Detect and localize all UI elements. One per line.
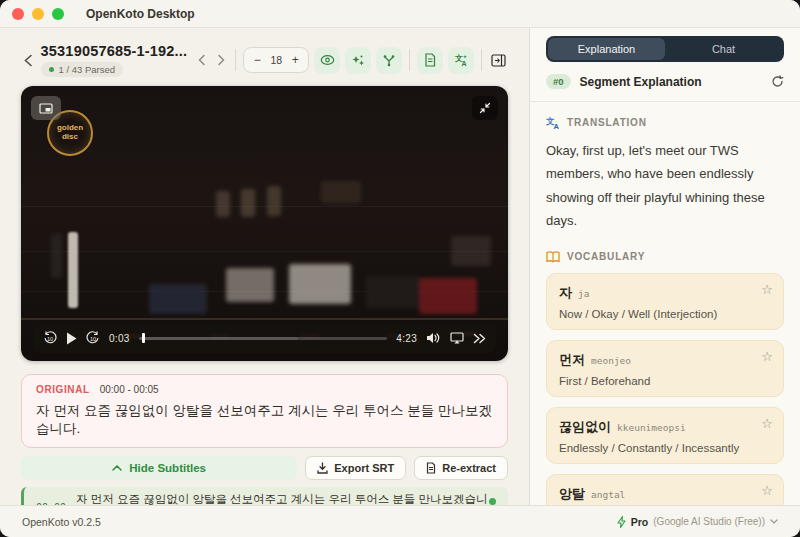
vocab-romanization: meonjeo (591, 355, 631, 366)
video-controls: 10 10 0:03 4:23 (33, 323, 496, 353)
book-icon (546, 251, 560, 263)
download-icon (317, 462, 328, 474)
parse-status-badge: 1 / 43 Parsed (41, 62, 124, 77)
branch-button[interactable] (376, 47, 402, 74)
original-subtitle-box: ORIGINAL 00:00 - 00:05 자 먼저 요즘 끊임없이 앙탈을 … (21, 374, 508, 448)
tab-explanation[interactable]: Explanation (548, 38, 665, 60)
plan-label: Pro (631, 516, 649, 528)
subtitle-text: 자 먼저 요즘 끊임없이 앙탈을 선보여주고 계시는 우리 투어스 분들 만나보… (76, 492, 496, 505)
font-size-decrease-button[interactable]: − (248, 53, 266, 67)
pip-button[interactable] (31, 96, 61, 120)
forward-10-icon: 10 (86, 331, 100, 345)
video-player[interactable]: goldendisc 10 10 (21, 86, 508, 361)
duration: 4:23 (396, 333, 417, 344)
vocab-meaning: Now / Okay / Well (Interjection) (559, 308, 771, 320)
seek-bar[interactable] (139, 337, 388, 340)
video-frame (21, 86, 508, 361)
active-indicator-dot (489, 498, 496, 505)
document-title-block: 35319057685-1-192... 1 / 43 Parsed (41, 43, 188, 77)
refresh-icon (771, 75, 784, 88)
airplay-icon (450, 332, 464, 344)
status-bar: OpenKoto v0.2.5 Pro (Google AI Studio (F… (0, 505, 800, 537)
chevron-right-icon (217, 54, 225, 66)
window-title: OpenKoto Desktop (86, 7, 195, 21)
export-srt-button[interactable]: Export SRT (305, 456, 406, 480)
explanation-content[interactable]: 文A TRANSLATION Okay, first up, let's mee… (530, 102, 800, 505)
app-version: OpenKoto v0.2.5 (22, 516, 101, 528)
hide-subtitles-button[interactable]: Hide Subtitles (21, 456, 297, 480)
vocab-card[interactable]: 자ja Now / Okay / Well (Interjection) ☆ (546, 273, 784, 330)
font-size-value: 18 (266, 54, 286, 66)
subtitle-list-item[interactable]: 00:00 자 먼저 요즘 끊임없이 앙탈을 선보여주고 계시는 우리 투어스 … (21, 487, 508, 505)
svg-text:10: 10 (90, 336, 96, 342)
provider-label: (Google AI Studio (Free)) (653, 516, 765, 527)
vocabulary-heading: VOCABULARY (567, 251, 645, 262)
chevron-down-icon (770, 519, 778, 524)
stage-edge (21, 318, 508, 320)
display-button[interactable] (450, 332, 464, 344)
document-title: 35319057685-1-192... (41, 43, 188, 59)
next-segment-button[interactable] (214, 48, 229, 72)
prev-segment-button[interactable] (194, 48, 209, 72)
vocab-card[interactable]: 먼저meonjeo First / Beforehand ☆ (546, 340, 784, 397)
branch-split-icon (382, 54, 396, 67)
main-area: 35319057685-1-192... 1 / 43 Parsed − 18 … (0, 28, 800, 505)
shrink-button[interactable] (472, 96, 498, 120)
font-size-increase-button[interactable]: + (286, 53, 304, 67)
ai-explain-button[interactable] (345, 47, 371, 74)
re-extract-button[interactable]: Re-extract (414, 456, 508, 480)
translation-heading: TRANSLATION (567, 117, 647, 128)
star-icon[interactable]: ☆ (761, 416, 773, 431)
segment-number-badge: #0 (546, 74, 571, 89)
original-text: 자 먼저 요즘 끊임없이 앙탈을 선보여주고 계시는 우리 투어스 분들 만나보… (36, 402, 493, 438)
font-size-stepper: − 18 + (243, 47, 309, 73)
vocab-romanization: kkeunimeopsi (617, 422, 686, 433)
vocab-card[interactable]: 끊임없이kkeunimeopsi Endlessly / Constantly … (546, 407, 784, 464)
chevron-left-icon (24, 54, 33, 67)
subtitle-controls: Hide Subtitles Export SRT Re-extract (21, 456, 508, 480)
document-view-button[interactable] (417, 47, 443, 74)
picture-in-picture-icon (39, 103, 53, 114)
star-icon[interactable]: ☆ (761, 282, 773, 297)
window-controls (12, 8, 64, 20)
vocab-romanization: ja (578, 288, 589, 299)
back-button[interactable] (21, 48, 36, 72)
vocab-card[interactable]: 앙탈angtal Playful whining / Grumbling / C… (546, 474, 784, 505)
toggle-right-panel-button[interactable] (489, 47, 508, 74)
titlebar: OpenKoto Desktop (0, 0, 800, 28)
zoom-window-button[interactable] (52, 8, 64, 20)
volume-icon (426, 332, 441, 344)
volume-button[interactable] (426, 332, 441, 344)
panel-right-icon (491, 54, 506, 67)
play-button[interactable] (66, 332, 77, 345)
chevron-left-icon (198, 54, 206, 66)
translation-section-header: 文A TRANSLATION (546, 116, 784, 129)
toggle-visibility-button[interactable] (314, 47, 340, 74)
toolbar-divider (409, 49, 410, 71)
rewind-10-button[interactable]: 10 (43, 331, 57, 345)
playhead[interactable] (142, 333, 145, 343)
translate-icon: 文A (546, 116, 560, 129)
subtitle-time: 00:00 (36, 502, 66, 506)
vocab-meaning: Endlessly / Constantly / Incessantly (559, 442, 771, 454)
sparkles-icon (351, 54, 365, 67)
close-window-button[interactable] (12, 8, 24, 20)
minimize-window-button[interactable] (32, 8, 44, 20)
app-window: OpenKoto Desktop 35319057685-1-192... 1 … (0, 0, 800, 537)
segment-title: Segment Explanation (580, 75, 762, 89)
play-icon (66, 332, 77, 345)
toolbar-divider (235, 49, 236, 71)
forward-10-button[interactable]: 10 (86, 331, 100, 345)
tab-chat[interactable]: Chat (665, 38, 782, 60)
translate-button[interactable]: 文A (448, 47, 474, 74)
segment-header: #0 Segment Explanation (530, 62, 800, 102)
star-icon[interactable]: ☆ (761, 483, 773, 498)
vocab-word: 먼저 (559, 352, 585, 367)
model-selector[interactable]: Pro (Google AI Studio (Free)) (617, 516, 778, 528)
translation-text: Okay, first up, let's meet our TWS membe… (546, 139, 784, 233)
vocabulary-list: 자ja Now / Okay / Well (Interjection) ☆ 먼… (546, 273, 784, 505)
vocab-word: 자 (559, 285, 572, 300)
playback-speed-button[interactable] (473, 333, 486, 344)
refresh-explanation-button[interactable] (771, 75, 784, 88)
star-icon[interactable]: ☆ (761, 349, 773, 364)
